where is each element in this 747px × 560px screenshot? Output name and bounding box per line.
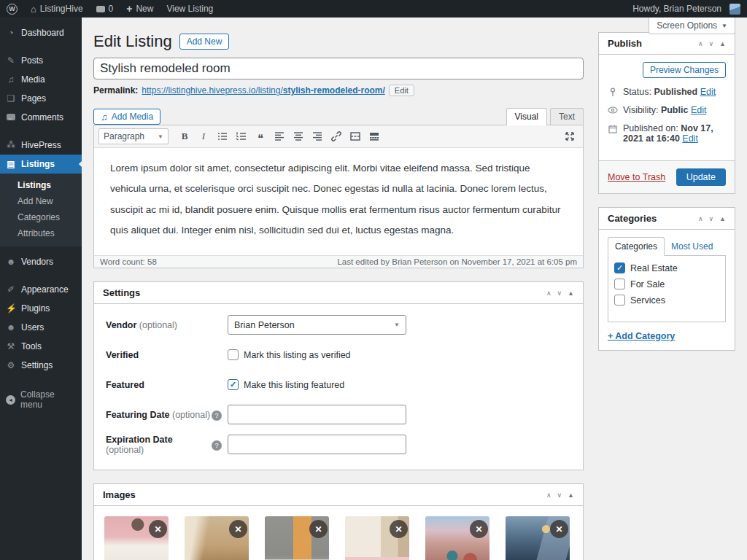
edit-permalink-button[interactable]: Edit xyxy=(389,85,414,96)
update-button[interactable]: Update xyxy=(676,168,726,186)
add-media-button[interactable]: ♫ Add Media xyxy=(93,109,160,125)
collapse-toggle-icon[interactable]: ▲ xyxy=(719,40,726,47)
listing-image-orange-curtain[interactable]: ✕ xyxy=(265,516,329,560)
permalink-slug-link[interactable]: stylish-remodeled-room/ xyxy=(283,85,385,96)
move-down-icon[interactable]: ∨ xyxy=(557,289,562,297)
verified-checkbox[interactable] xyxy=(228,349,239,360)
remove-image-icon[interactable]: ✕ xyxy=(229,520,247,538)
toolbar-toggle-icon[interactable] xyxy=(365,128,383,144)
category-checkbox-services[interactable] xyxy=(614,295,625,306)
move-down-icon[interactable]: ∨ xyxy=(708,215,713,222)
move-down-icon[interactable]: ∨ xyxy=(557,491,562,499)
visibility-label: Visibility: xyxy=(623,105,658,115)
sidebar-item-label: Pages xyxy=(21,93,46,104)
blockquote-icon[interactable]: ❝ xyxy=(252,128,269,144)
link-icon[interactable] xyxy=(328,128,345,144)
sidebar-item-listings[interactable]: ▤ Listings xyxy=(0,155,82,174)
category-checkbox-real-estate[interactable] xyxy=(614,262,625,273)
view-listing-menu[interactable]: View Listing xyxy=(160,0,220,18)
vendor-select[interactable]: Brian Peterson ▼ xyxy=(228,315,406,335)
optional-suffix: (optional) xyxy=(172,410,210,420)
submenu-item-categories[interactable]: Categories xyxy=(0,209,82,225)
tab-text[interactable]: Text xyxy=(550,108,584,125)
word-count-value: 58 xyxy=(147,257,157,266)
bold-icon[interactable]: B xyxy=(176,128,193,144)
featuring-date-input[interactable] xyxy=(228,405,406,424)
move-up-icon[interactable]: ∧ xyxy=(698,215,703,222)
sidebar-item-hivepress[interactable]: ⁂ HivePress xyxy=(0,136,82,155)
add-new-button[interactable]: Add New xyxy=(179,34,230,50)
account-menu[interactable]: Howdy, Brian Peterson xyxy=(626,0,747,18)
permalink-url-link[interactable]: https://listinghive.hivepress.io/listing… xyxy=(142,85,282,96)
tab-most-used[interactable]: Most Used xyxy=(665,238,719,255)
read-more-tag-icon[interactable] xyxy=(347,128,364,144)
tab-all-categories[interactable]: Categories xyxy=(608,237,665,256)
sidebar-item-dashboard[interactable]: ◔ Dashboard xyxy=(0,23,82,42)
align-left-icon[interactable] xyxy=(271,128,288,144)
wordpress-menu[interactable]: W xyxy=(0,0,24,18)
optional-suffix: (optional) xyxy=(139,320,177,330)
preview-changes-button[interactable]: Preview Changes xyxy=(643,62,726,78)
align-right-icon[interactable] xyxy=(309,128,326,144)
fullscreen-icon[interactable] xyxy=(561,128,578,144)
numbered-list-icon[interactable] xyxy=(233,128,250,144)
edit-visibility-link[interactable]: Edit xyxy=(691,105,707,115)
sidebar-item-appearance[interactable]: ✐ Appearance xyxy=(0,280,82,299)
help-icon[interactable]: ? xyxy=(212,411,222,421)
submenu-item-attributes[interactable]: Attributes xyxy=(0,225,82,241)
submenu-item-listings[interactable]: Listings xyxy=(0,177,82,193)
screen-options-button[interactable]: Screen Options ▼ xyxy=(649,18,735,34)
category-checkbox-for-sale[interactable] xyxy=(614,279,625,289)
italic-icon[interactable]: I xyxy=(195,128,212,144)
verified-checkbox-label: Mark this listing as verified xyxy=(244,350,351,360)
collapse-toggle-icon[interactable]: ▲ xyxy=(568,289,574,297)
edit-published-date-link[interactable]: Edit xyxy=(682,133,698,144)
help-icon[interactable]: ? xyxy=(212,440,222,451)
edit-status-link[interactable]: Edit xyxy=(700,87,716,97)
collapse-toggle-icon[interactable]: ▲ xyxy=(719,215,726,222)
remove-image-icon[interactable]: ✕ xyxy=(390,520,408,538)
tab-visual[interactable]: Visual xyxy=(506,108,547,125)
remove-image-icon[interactable]: ✕ xyxy=(470,520,488,538)
comments-menu[interactable]: 0 xyxy=(90,0,120,18)
listing-image-house-dusk[interactable]: ✕ xyxy=(506,516,570,560)
sidebar-item-vendors[interactable]: ☻ Vendors xyxy=(0,252,82,271)
move-to-trash-link[interactable]: Move to Trash xyxy=(608,172,665,182)
align-center-icon[interactable] xyxy=(290,128,307,144)
collapse-menu-button[interactable]: ◂ Collapse menu xyxy=(0,385,82,414)
vendors-icon: ☻ xyxy=(6,257,16,267)
remove-image-icon[interactable]: ✕ xyxy=(149,520,167,538)
featured-checkbox[interactable] xyxy=(228,379,239,390)
editor-content[interactable]: Lorem ipsum dolor sit amet, consectetur … xyxy=(94,148,583,255)
new-content-menu[interactable]: + New xyxy=(120,0,160,18)
listing-image-rooftop-patio[interactable]: ✕ xyxy=(425,516,489,560)
bullet-list-icon[interactable] xyxy=(214,128,231,144)
move-up-icon[interactable]: ∧ xyxy=(698,40,703,47)
paragraph-format-select[interactable]: Paragraph ▼ xyxy=(98,128,169,144)
sidebar-item-plugins[interactable]: ⚡ Plugins xyxy=(0,299,82,318)
category-checklist[interactable]: Real Estate For Sale Services xyxy=(608,255,726,322)
move-up-icon[interactable]: ∧ xyxy=(546,289,551,297)
collapse-toggle-icon[interactable]: ▲ xyxy=(568,491,574,499)
move-up-icon[interactable]: ∧ xyxy=(546,491,551,499)
sidebar-item-tools[interactable]: ⚒ Tools xyxy=(0,337,82,356)
listing-image-clothes-rack[interactable]: ✕ xyxy=(345,516,409,560)
remove-image-icon[interactable]: ✕ xyxy=(309,520,328,538)
sidebar-item-pages[interactable]: ❏ Pages xyxy=(0,89,82,108)
sidebar-item-settings[interactable]: ⚙ Settings xyxy=(0,356,82,375)
listings-icon: ▤ xyxy=(6,159,16,169)
remove-image-icon[interactable]: ✕ xyxy=(550,520,568,538)
expiration-date-input[interactable] xyxy=(228,435,406,454)
sidebar-item-users[interactable]: ☻ Users xyxy=(0,318,82,337)
add-category-link[interactable]: + Add Category xyxy=(608,331,675,341)
listing-title-input[interactable] xyxy=(93,58,584,79)
listing-image-bedroom-pink-wall[interactable]: ✕ xyxy=(104,516,169,560)
sidebar-item-media[interactable]: ♫ Media xyxy=(0,70,82,89)
submenu-item-add-new[interactable]: Add New xyxy=(0,193,82,209)
sidebar-item-posts[interactable]: ✎ Posts xyxy=(0,51,82,70)
move-down-icon[interactable]: ∨ xyxy=(708,40,713,47)
listing-image-dining-room[interactable]: ✕ xyxy=(185,516,249,560)
site-name-menu[interactable]: ⌂ ListingHive xyxy=(24,0,90,18)
sidebar-item-comments[interactable]: Comments xyxy=(0,108,82,127)
featuring-date-label: Featuring Date xyxy=(106,410,170,420)
